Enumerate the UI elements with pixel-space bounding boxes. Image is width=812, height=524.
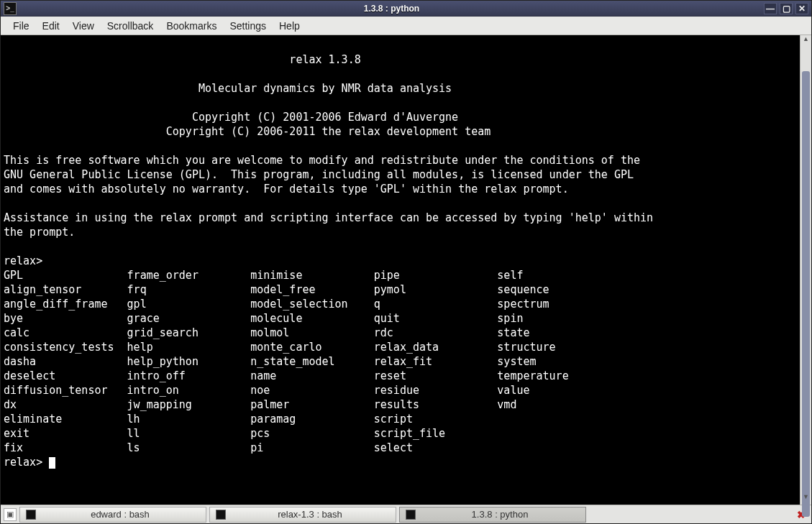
task-item[interactable]: 1.3.8 : python bbox=[399, 507, 586, 523]
menu-edit[interactable]: Edit bbox=[36, 18, 66, 34]
scroll-down-arrow[interactable]: ▼ bbox=[800, 493, 811, 505]
task-item[interactable]: relax-1.3 : bash bbox=[209, 507, 396, 523]
menu-settings[interactable]: Settings bbox=[223, 18, 273, 34]
scroll-thumb[interactable] bbox=[802, 71, 810, 517]
task-list: edward : bashrelax-1.3 : bash1.3.8 : pyt… bbox=[19, 507, 586, 523]
menubar: FileEditViewScrollbackBookmarksSettingsH… bbox=[1, 17, 811, 35]
menu-view[interactable]: View bbox=[66, 18, 101, 34]
menu-file[interactable]: File bbox=[6, 18, 36, 34]
task-label: relax-1.3 : bash bbox=[230, 509, 390, 520]
terminal-window: >_ 1.3.8 : python — ▢ ✕ FileEditViewScro… bbox=[0, 0, 812, 524]
task-label: 1.3.8 : python bbox=[420, 509, 580, 520]
terminal-icon bbox=[406, 510, 416, 520]
terminal-icon bbox=[26, 510, 36, 520]
taskbar: ▣ edward : bashrelax-1.3 : bash1.3.8 : p… bbox=[1, 505, 811, 523]
vertical-scrollbar[interactable]: ▲ ▼ bbox=[800, 35, 811, 505]
menu-help[interactable]: Help bbox=[273, 18, 306, 34]
window-controls: — ▢ ✕ bbox=[764, 3, 808, 14]
terminal-cursor bbox=[49, 457, 55, 469]
window-titlebar[interactable]: >_ 1.3.8 : python — ▢ ✕ bbox=[1, 1, 811, 17]
task-label: edward : bash bbox=[40, 509, 200, 520]
terminal-app-icon: >_ bbox=[4, 2, 17, 15]
task-item[interactable]: edward : bash bbox=[19, 507, 206, 523]
terminal-icon bbox=[216, 510, 226, 520]
menu-scrollback[interactable]: Scrollback bbox=[101, 18, 160, 34]
window-title: 1.3.8 : python bbox=[19, 4, 764, 14]
minimize-button[interactable]: — bbox=[764, 3, 777, 14]
menu-bookmarks[interactable]: Bookmarks bbox=[160, 18, 223, 34]
new-tab-icon[interactable]: ▣ bbox=[4, 508, 17, 521]
maximize-button[interactable]: ▢ bbox=[780, 3, 793, 14]
terminal-output[interactable]: relax 1.3.8 Molecular dynamics by NMR da… bbox=[1, 35, 800, 505]
close-button[interactable]: ✕ bbox=[795, 3, 808, 14]
scroll-up-arrow[interactable]: ▲ bbox=[800, 35, 811, 47]
